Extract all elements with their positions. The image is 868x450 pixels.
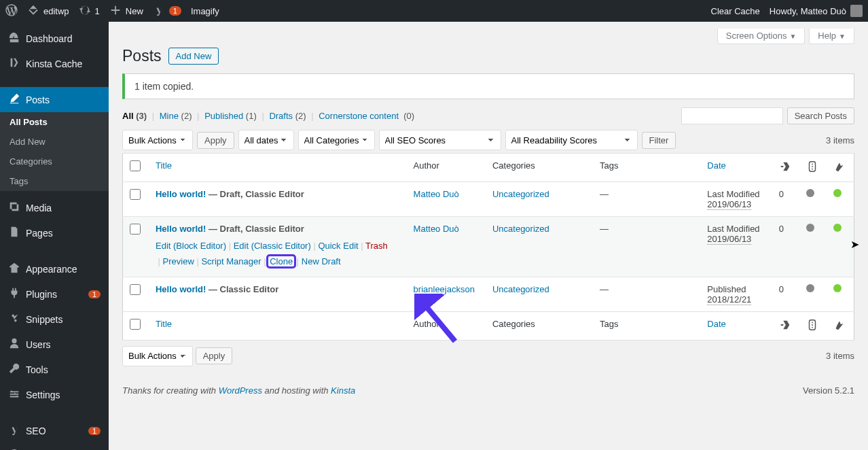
new-content[interactable]: New — [109, 4, 143, 18]
tools-icon — [8, 362, 20, 377]
readability-dot — [833, 224, 842, 232]
menu-snippets[interactable]: Snippets — [0, 307, 109, 332]
svg-point-8 — [812, 326, 813, 328]
site-name[interactable]: editwp — [27, 4, 69, 18]
col-title[interactable]: Title — [149, 154, 407, 182]
menu-kinsta-cache[interactable]: Kinsta Cache — [0, 51, 109, 76]
chevron-down-icon: ▼ — [839, 33, 846, 40]
author-link[interactable]: brianleejackson — [414, 284, 475, 294]
row-checkbox[interactable] — [130, 224, 141, 235]
page-title: Posts — [122, 47, 162, 65]
action-edit-block[interactable]: Edit (Block Editor) — [156, 241, 226, 251]
yoast[interactable]: 1 — [153, 4, 181, 18]
help-tab[interactable]: Help▼ — [809, 29, 854, 44]
wordpress-link[interactable]: WordPress — [219, 385, 262, 396]
seo-select[interactable]: All SEO Scores — [379, 130, 501, 150]
table-row: Hello world! — Draft, Classic Editor Edi… — [123, 217, 854, 277]
post-title-link[interactable]: Hello world! — [156, 189, 206, 199]
action-edit-classic[interactable]: Edit (Classic Editor) — [234, 241, 311, 251]
updates[interactable]: 1 — [79, 4, 100, 18]
svg-point-2 — [812, 164, 813, 165]
menu-settings[interactable]: Settings — [0, 382, 109, 407]
avatar — [850, 5, 863, 17]
kinsta-icon — [8, 56, 20, 71]
filter-all[interactable]: All (3) — [122, 111, 147, 121]
users-icon — [8, 337, 20, 351]
settings-icon — [8, 387, 20, 402]
menu-appearance[interactable]: Appearance — [0, 256, 109, 281]
seo-icon — [8, 423, 20, 438]
apply-button-bottom[interactable]: Apply — [196, 347, 233, 364]
howdy[interactable]: Howdy, Matteo Duò — [770, 5, 863, 17]
select-all-checkbox[interactable] — [130, 160, 141, 171]
clear-cache[interactable]: Clear Cache — [711, 6, 760, 16]
seo-dot — [806, 224, 814, 232]
menu-pages[interactable]: Pages — [0, 220, 109, 245]
category-link[interactable]: Uncategorized — [492, 284, 549, 294]
pages-icon — [8, 226, 20, 240]
admin-bar: editwp 1 New 1 Imagify Clear Cache Howdy… — [0, 0, 868, 22]
updates-count: 1 — [95, 6, 100, 16]
svg-point-4 — [812, 169, 813, 170]
bulk-actions-select[interactable]: Bulk Actions — [122, 130, 193, 150]
wp-logo[interactable] — [5, 4, 18, 18]
menu-media[interactable]: Media — [0, 195, 109, 220]
post-title-link[interactable]: Hello world! — [156, 284, 206, 294]
imagify-label: Imagify — [191, 6, 219, 16]
menu-dashboard[interactable]: Dashboard — [0, 26, 109, 51]
action-script-manager[interactable]: Script Manager — [201, 256, 261, 266]
action-trash[interactable]: Trash — [365, 241, 388, 251]
col-links-icon — [772, 154, 799, 182]
author-link[interactable]: Matteo Duò — [414, 189, 459, 199]
menu-collapse[interactable]: Collapse menu — [0, 443, 109, 450]
apply-button[interactable]: Apply — [197, 132, 234, 149]
main-content: Screen Options▼ Help▼ Posts Add New 1 it… — [109, 22, 868, 450]
col-readability-icon — [827, 154, 854, 182]
submenu-all-posts[interactable]: All Posts — [0, 112, 109, 132]
filter-button[interactable]: Filter — [642, 132, 676, 149]
action-preview[interactable]: Preview — [163, 256, 194, 266]
action-quick-edit[interactable]: Quick Edit — [318, 241, 358, 251]
category-link[interactable]: Uncategorized — [492, 224, 549, 234]
filter-mine[interactable]: Mine — [160, 111, 179, 121]
row-checkbox[interactable] — [130, 189, 141, 200]
version-label: Version 5.2.1 — [803, 385, 854, 396]
categories-select[interactable]: All Categories — [298, 130, 375, 150]
action-new-draft[interactable]: New Draft — [302, 256, 341, 266]
imagify[interactable]: Imagify — [191, 6, 219, 16]
menu-plugins[interactable]: Plugins1 — [0, 281, 109, 307]
item-count-bottom: 3 items — [826, 351, 854, 361]
col-date[interactable]: Date — [700, 154, 772, 182]
add-new-button[interactable]: Add New — [168, 48, 219, 65]
media-icon — [8, 201, 20, 215]
search-input[interactable] — [681, 107, 783, 124]
search-posts-button[interactable]: Search Posts — [787, 107, 854, 124]
menu-seo[interactable]: SEO1 — [0, 418, 109, 443]
filter-cornerstone[interactable]: Cornerstone content — [319, 111, 399, 121]
dates-select[interactable]: All dates — [238, 130, 294, 150]
col-tags: Tags — [593, 154, 700, 182]
readability-dot — [833, 284, 842, 292]
filter-drafts[interactable]: Drafts — [269, 111, 293, 121]
chevron-down-icon: ▼ — [789, 33, 796, 40]
menu-users[interactable]: Users — [0, 332, 109, 357]
select-all-checkbox-bottom[interactable] — [130, 319, 141, 330]
dashboard-icon — [8, 31, 20, 46]
menu-posts[interactable]: Posts — [0, 87, 109, 112]
kinsta-link[interactable]: Kinsta — [331, 385, 355, 396]
post-title-link[interactable]: Hello world! — [156, 224, 206, 234]
submenu-categories[interactable]: Categories — [0, 152, 109, 171]
category-link[interactable]: Uncategorized — [492, 189, 549, 199]
menu-tools[interactable]: Tools — [0, 357, 109, 382]
submenu-tags[interactable]: Tags — [0, 171, 109, 191]
submenu-add-new[interactable]: Add New — [0, 132, 109, 152]
snippets-icon — [8, 312, 20, 326]
action-clone[interactable]: Clone — [268, 256, 294, 266]
bulk-actions-select-bottom[interactable]: Bulk Actions — [122, 346, 193, 366]
filter-published[interactable]: Published — [204, 111, 243, 121]
row-checkbox[interactable] — [130, 284, 141, 295]
readability-select[interactable]: All Readability Scores — [505, 130, 638, 150]
screen-options-tab[interactable]: Screen Options▼ — [717, 29, 806, 44]
author-link[interactable]: Matteo Duò — [414, 224, 459, 234]
new-label: New — [126, 6, 143, 16]
